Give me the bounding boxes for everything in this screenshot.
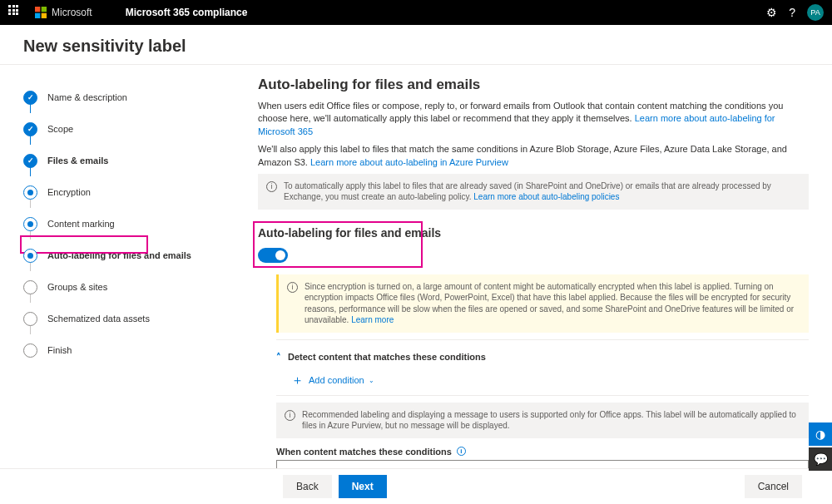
auto-labeling-toggle[interactable] [258, 248, 288, 263]
settings-icon[interactable]: ⚙ [766, 6, 777, 19]
match-conditions-label: When content matches these conditions i [276, 447, 809, 457]
chat-icon[interactable]: 💬 [809, 447, 832, 471]
wizard-step-name[interactable]: Name & description [23, 82, 250, 113]
button-label: Add condition [309, 375, 364, 385]
svg-rect-2 [35, 13, 40, 18]
wizard-step-label: Name & description [47, 92, 127, 102]
info-icon: i [285, 410, 295, 421]
wizard-step-content-marking[interactable]: Content marking [23, 208, 250, 240]
back-button[interactable]: Back [283, 475, 332, 498]
step-pending-icon [23, 280, 37, 294]
app-launcher-icon[interactable] [8, 5, 23, 20]
svg-rect-3 [42, 13, 47, 18]
step-dot-icon [23, 217, 37, 231]
page-title: New sensitivity label [0, 25, 832, 64]
collapse-title: Detect content that matches these condit… [288, 352, 486, 362]
detect-content-header[interactable]: ˄ Detect content that matches these cond… [276, 347, 809, 368]
step-complete-icon [23, 122, 37, 136]
app-title: Microsoft 365 compliance [126, 7, 248, 18]
section-title: Auto-labeling for files and emails [258, 77, 809, 93]
auto-labeling-toggle-section: Auto-labeling for files and emails [258, 226, 809, 263]
chevron-down-icon: ⌄ [369, 377, 374, 384]
wizard-step-label: Scope [47, 124, 73, 134]
label-text: When content matches these conditions [276, 447, 452, 457]
plus-icon: ＋ [291, 373, 304, 388]
chevron-up-icon: ˄ [276, 352, 281, 363]
dropdown-value: Automatically apply the label [284, 467, 399, 468]
wizard-step-auto-labeling[interactable]: Auto-labeling for files and emails [23, 240, 250, 271]
info-icon: i [266, 181, 277, 192]
intro-paragraph-2: We'll also apply this label to files tha… [258, 143, 809, 169]
step-current-icon [23, 249, 37, 263]
toggle-heading: Auto-labeling for files and emails [258, 226, 809, 240]
learn-more-link[interactable]: Learn more [351, 315, 394, 324]
wizard-step-label: Content marking [47, 219, 115, 229]
wizard-step-label: Files & emails [47, 156, 108, 166]
info-banner-policy: i To automatically apply this label to f… [258, 174, 809, 210]
side-tools: ◑ 💬 [809, 421, 832, 471]
wizard-step-schematized[interactable]: Schematized data assets [23, 303, 250, 334]
info-icon: i [287, 282, 298, 293]
wizard-step-label: Finish [47, 345, 72, 355]
wizard-step-label: Groups & sites [47, 282, 107, 292]
wizard-step-scope[interactable]: Scope [23, 113, 250, 145]
encryption-warning-banner: i Since encryption is turned on, a large… [276, 274, 809, 333]
help-tooltip-icon[interactable]: i [457, 447, 466, 456]
wizard-step-finish[interactable]: Finish [23, 334, 250, 366]
wizard-step-groups[interactable]: Groups & sites [23, 271, 250, 303]
wizard-nav: Name & description Scope Files & emails … [0, 65, 250, 468]
help-icon[interactable]: ? [789, 6, 795, 19]
global-header: Microsoft Microsoft 365 compliance ⚙ ? P… [0, 0, 832, 25]
step-pending-icon [23, 343, 37, 358]
match-action-dropdown[interactable]: Automatically apply the label ⌄ [276, 460, 809, 468]
learn-more-link[interactable]: Learn more about auto-labeling in Azure … [310, 157, 508, 167]
learn-more-link[interactable]: Learn more about auto-labeling policies [473, 192, 619, 201]
wizard-step-label: Auto-labeling for files and emails [47, 250, 191, 260]
brand-text: Microsoft [52, 7, 92, 18]
microsoft-logo: Microsoft [35, 7, 92, 18]
intro-paragraph-1: When users edit Office files or compose,… [258, 100, 809, 138]
main-content: Auto-labeling for files and emails When … [250, 65, 832, 468]
banner-text: Recommended labeling and displaying a me… [302, 409, 800, 432]
wizard-footer: Back Next Cancel [0, 468, 832, 503]
step-pending-icon [23, 312, 37, 326]
wizard-step-label: Schematized data assets [47, 314, 150, 324]
feedback-icon[interactable]: ◑ [809, 422, 832, 446]
add-condition-button[interactable]: ＋ Add condition ⌄ [291, 373, 809, 388]
wizard-step-label: Encryption [47, 187, 91, 197]
account-avatar[interactable]: PA [807, 4, 824, 21]
wizard-step-encryption[interactable]: Encryption [23, 176, 250, 208]
step-dot-icon [23, 185, 37, 200]
cancel-button[interactable]: Cancel [745, 475, 802, 498]
svg-rect-1 [42, 7, 47, 12]
svg-rect-0 [35, 7, 40, 12]
info-banner-recommended: i Recommended labeling and displaying a … [276, 403, 809, 438]
chevron-down-icon: ⌄ [795, 467, 801, 468]
step-complete-icon [23, 154, 37, 168]
wizard-step-files-emails[interactable]: Files & emails [23, 145, 250, 176]
next-button[interactable]: Next [339, 475, 387, 498]
step-complete-icon [23, 91, 37, 105]
